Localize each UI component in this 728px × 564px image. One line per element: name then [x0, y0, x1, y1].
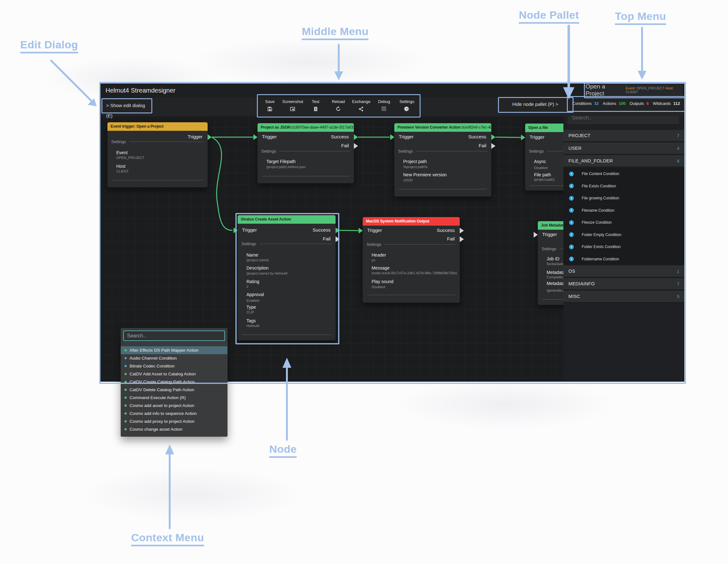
palette-category-project[interactable]: PROJECT7: [563, 130, 684, 142]
input-port-icon[interactable]: [234, 227, 238, 233]
show-edit-dialog-button[interactable]: > Show edit dialog (E): [104, 100, 152, 111]
setting-name: Project path: [403, 159, 427, 164]
node-stratus-create-asset[interactable]: Stratus Create Asset ActionTriggerSucces…: [238, 215, 336, 340]
setting-value: {project.path}: [534, 178, 555, 181]
toolbar-reload-button[interactable]: Reload: [327, 96, 350, 115]
debug-icon: [382, 106, 386, 112]
info-icon[interactable]: i: [569, 245, 574, 249]
toolbar-exchange-button[interactable]: Exchange: [350, 96, 373, 115]
output-port-icon[interactable]: [491, 134, 495, 140]
palette-category-os[interactable]: OS1: [563, 265, 684, 277]
palette-category-misc[interactable]: MISC5: [563, 291, 684, 303]
palette-item[interactable]: iFilename Condition: [563, 204, 684, 216]
context-menu-item[interactable]: Cosmo add asset to project Action: [121, 402, 227, 409]
output-port-icon[interactable]: [354, 134, 358, 140]
info-icon[interactable]: i: [569, 196, 574, 201]
palette-item[interactable]: iFoldername Condition: [563, 253, 684, 265]
context-menu-item[interactable]: CatDV Delete Catalog Path Action: [121, 386, 227, 394]
palette-item[interactable]: iFilesize Condition: [563, 216, 684, 228]
context-menu-item[interactable]: Cosmo change asset Action: [121, 425, 227, 433]
setting-value: %project.path%: [403, 165, 428, 169]
output-port-label: Success: [312, 227, 331, 233]
info-icon[interactable]: i: [569, 232, 574, 237]
info-icon[interactable]: i: [569, 208, 574, 213]
context-menu-item[interactable]: Audio Channel Condition: [121, 354, 227, 362]
output-port-icon[interactable]: [354, 143, 358, 149]
node-macos-system-notification[interactable]: MacOS System Notification OutputTriggerS…: [363, 217, 460, 303]
input-port-icon[interactable]: [390, 134, 394, 140]
node-project-as-json[interactable]: Project as JSON b18970ae-daae-4497-a1de-…: [258, 123, 354, 183]
context-menu-item[interactable]: Bitrate Codec Condition: [121, 362, 227, 370]
palette-item[interactable]: iFile Content Condition: [563, 168, 684, 180]
context-menu-item[interactable]: CatDV Add Asset to Catalog Action: [121, 370, 227, 378]
input-port-label: Trigger: [530, 134, 544, 140]
palette-category-file_and_folder[interactable]: FILE_AND_FOLDER8: [563, 155, 684, 167]
setting-value: {project.name} by Helmut4: [246, 271, 288, 275]
info-icon[interactable]: i: [569, 220, 574, 225]
setting-value: {project.name}: [246, 258, 269, 262]
toolbar-debug-button[interactable]: Debug: [373, 96, 395, 115]
node-footer-divider: [242, 335, 331, 335]
setting-value: Helmut4: [246, 324, 259, 328]
settings-icon: [404, 106, 409, 112]
context-menu-item[interactable]: Cosmo add proxy to project Action: [121, 417, 227, 425]
setting-name: Type: [246, 305, 256, 310]
palette-category-user[interactable]: USER4: [563, 143, 684, 155]
palette-item[interactable]: iFolder Exists Condition: [563, 241, 684, 253]
top-menu-stream-title[interactable]: Open a Project: [585, 83, 623, 97]
node-event-trigger-open-a-project[interactable]: Event trigger: Open a ProjectTriggerSett…: [107, 122, 208, 187]
palette-item[interactable]: iFile growing Condition: [563, 192, 684, 204]
output-port-icon[interactable]: [460, 236, 464, 242]
output-port-label: Fail: [341, 143, 349, 148]
toolbar-save-button[interactable]: Save: [258, 96, 281, 115]
node-premiere-version-converter[interactable]: Premiere Version Converter Action bce9f2…: [394, 123, 491, 197]
toolbar-test-button[interactable]: Test: [304, 96, 327, 115]
node-settings-header: Settings: [241, 241, 332, 246]
toolbar-settings-button[interactable]: Settings: [396, 96, 418, 115]
palette-item[interactable]: iFile Exists Condition: [563, 180, 684, 192]
node-pallet-sidebar: PROJECT7USER4FILE_AND_FOLDER8iFile Conte…: [563, 110, 684, 382]
node-header[interactable]: Project as JSON b18970ae-daae-4497-a1de-…: [258, 123, 354, 132]
input-port-label: Trigger: [262, 134, 277, 139]
top-menu[interactable]: Open a Project Event: OPEN_PROJECT Host:…: [585, 84, 683, 96]
node-header[interactable]: Event trigger: Open a Project: [107, 122, 208, 131]
output-port-icon[interactable]: [491, 143, 495, 149]
test-icon: [313, 106, 318, 112]
background-smudge: [82, 468, 303, 521]
output-port-icon[interactable]: [336, 236, 340, 242]
input-port-icon[interactable]: [253, 134, 258, 140]
context-menu-item[interactable]: Command Execute Action (R): [121, 394, 227, 402]
middle-menu-toolbar: SaveScreenshotTestReloadExchangeDebugSet…: [258, 96, 418, 115]
setting-name: Description: [246, 265, 269, 270]
input-port-icon[interactable]: [521, 135, 525, 140]
input-port-icon[interactable]: [534, 232, 538, 238]
exchange-icon: [359, 106, 364, 112]
stat-conditions: Conditions32: [572, 101, 599, 106]
context-menu-search-input[interactable]: [123, 331, 225, 341]
annotation-edit-dialog: Edit Dialog: [20, 39, 78, 53]
node-settings-header: Settings: [261, 149, 350, 154]
node-header[interactable]: Premiere Version Converter Action bce9f2…: [394, 123, 491, 132]
setting-value: yo: [372, 258, 375, 262]
node-header[interactable]: MacOS System Notification Output: [363, 217, 460, 226]
input-port-icon[interactable]: [359, 228, 363, 233]
context-menu-item[interactable]: Cosmo add info to sequence Action: [121, 409, 227, 417]
context-menu-item[interactable]: CatDV Create Catalog Path Action: [121, 378, 227, 386]
info-icon[interactable]: i: [569, 257, 574, 261]
output-port-icon[interactable]: [336, 227, 340, 233]
palette-category-mediainfo[interactable]: MEDIAINFO7: [563, 278, 684, 290]
palette-item[interactable]: iFolder Empty Condition: [563, 229, 684, 241]
output-port-icon[interactable]: [208, 134, 212, 140]
node-footer-divider: [112, 180, 203, 180]
action-dot-icon: [124, 420, 127, 422]
info-icon[interactable]: i: [569, 172, 574, 176]
context-menu-item[interactable]: After Effects OS Path Mapper Action: [121, 346, 227, 354]
node-header[interactable]: Stratus Create Asset Action: [238, 215, 336, 224]
info-icon[interactable]: i: [569, 184, 574, 188]
output-port-icon[interactable]: [460, 228, 464, 233]
toolbar-screenshot-button[interactable]: Screenshot: [281, 96, 304, 115]
node-footer-divider: [367, 295, 455, 295]
hide-node-pallet-button[interactable]: Hide node pallet (P) >: [500, 99, 571, 110]
setting-name: Approval: [246, 292, 264, 297]
condition-dot-icon: [124, 365, 127, 367]
